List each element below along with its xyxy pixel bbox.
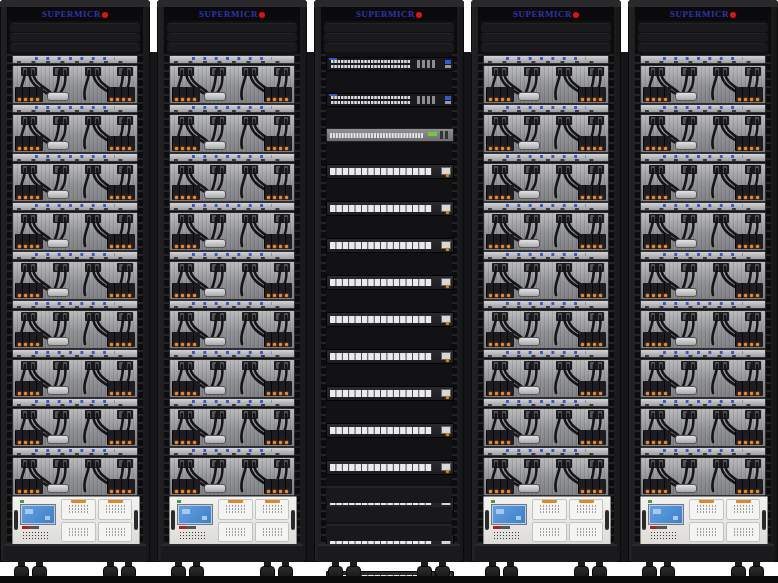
psu-led — [581, 490, 584, 493]
io-port-dots — [35, 57, 115, 60]
cable-receptacle — [675, 435, 697, 444]
cable-receptacle — [204, 141, 226, 150]
psu-status-leds — [646, 343, 667, 346]
cable-receptacle — [518, 337, 540, 346]
io-cable-marks — [17, 159, 133, 161]
io-cable-marks — [17, 306, 133, 308]
io-port-dots — [192, 400, 272, 403]
io-port-dots — [192, 351, 272, 354]
psu-module — [486, 234, 514, 249]
psu-led — [110, 245, 113, 248]
psu-status-leds — [175, 294, 196, 297]
cable-receptacle — [204, 92, 226, 101]
server-chassis — [169, 359, 295, 398]
io-cable-marks — [17, 404, 133, 406]
psu-module — [264, 381, 292, 396]
cdu-label — [493, 526, 510, 529]
io-tray — [640, 349, 766, 358]
psu-led — [744, 245, 747, 248]
psu-led — [750, 343, 753, 346]
cable-receptacle — [47, 435, 69, 444]
psu-led — [507, 98, 510, 101]
psu-module — [264, 479, 292, 494]
psu-led — [36, 343, 39, 346]
psu-status-leds — [738, 245, 759, 248]
io-port-dots — [663, 449, 743, 452]
psu-led — [652, 196, 655, 199]
psu-led — [581, 392, 584, 395]
psu-led — [652, 343, 655, 346]
cable-receptacle — [204, 386, 226, 395]
psu-led — [756, 441, 759, 444]
io-port-dots — [35, 449, 115, 452]
gpu-server-unit-3 — [169, 153, 295, 200]
psu-status-leds — [267, 294, 288, 297]
psu-led — [18, 245, 21, 248]
psu-module — [107, 136, 135, 151]
drawer-accent-strip — [265, 500, 280, 503]
io-tray — [12, 104, 138, 113]
server-chassis — [12, 114, 138, 153]
server-chassis — [12, 212, 138, 251]
psu-led — [181, 196, 184, 199]
psu-status-leds — [489, 196, 510, 199]
server-chassis — [169, 65, 295, 104]
psu-led — [664, 490, 667, 493]
gpu-server-unit-1 — [640, 55, 766, 102]
lcd-screen — [491, 504, 527, 525]
psu-module — [15, 332, 43, 347]
cable — [84, 316, 89, 344]
psu-led — [187, 490, 190, 493]
io-cable-marks — [174, 404, 290, 406]
cdu-handle — [291, 510, 295, 530]
leaf-switch-unit-8 — [326, 423, 454, 438]
psu-status-leds — [738, 441, 759, 444]
io-tray — [640, 104, 766, 113]
drawer-vent-grille — [105, 505, 125, 514]
leaf-switch-unit-9 — [326, 460, 454, 475]
io-cable-marks — [174, 453, 290, 455]
cable — [555, 463, 560, 491]
io-port-dots — [663, 57, 743, 60]
psu-led — [658, 490, 661, 493]
psu-led — [285, 98, 288, 101]
psu-led — [489, 294, 492, 297]
io-cable-marks — [645, 110, 761, 112]
psu-led — [116, 98, 119, 101]
psu-led — [593, 245, 596, 248]
psu-led — [646, 490, 649, 493]
psu-led — [279, 294, 282, 297]
psu-led — [36, 147, 39, 150]
brand-logo-text: SUPERMICR — [513, 10, 572, 19]
psu-status-leds — [18, 392, 39, 395]
io-tray — [640, 251, 766, 260]
cable-receptacle — [675, 239, 697, 248]
io-tray — [483, 251, 609, 260]
psu-module — [643, 234, 671, 249]
psu-led — [175, 147, 178, 150]
psu-led — [507, 343, 510, 346]
io-tray — [12, 447, 138, 456]
psu-led — [273, 490, 276, 493]
io-tray — [12, 398, 138, 407]
cdu-control-panel — [176, 499, 213, 542]
psu-led — [495, 98, 498, 101]
psu-led — [756, 490, 759, 493]
rack-cabinet-rack-2: SUPERMICRO — [157, 0, 307, 578]
psu-led — [187, 392, 190, 395]
io-cable-marks — [17, 257, 133, 259]
cdu-drawer — [98, 522, 133, 543]
psu-status-leds — [18, 294, 39, 297]
psu-led — [175, 98, 178, 101]
cable — [241, 463, 246, 491]
cable-receptacle — [47, 92, 69, 101]
rack-top-lip — [157, 0, 307, 7]
psu-led — [267, 392, 270, 395]
psu-led — [110, 343, 113, 346]
psu-status-leds — [489, 490, 510, 493]
psu-status-leds — [267, 392, 288, 395]
psu-led — [750, 392, 753, 395]
gpu-server-unit-8 — [483, 398, 609, 445]
psu-status-leds — [175, 392, 196, 395]
cable — [241, 218, 246, 246]
